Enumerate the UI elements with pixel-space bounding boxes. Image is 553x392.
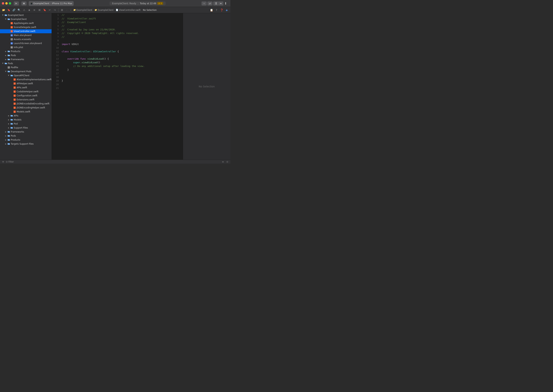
- editor-grid-icon[interactable]: ⊞: [60, 8, 64, 12]
- disclosure-28[interactable]: ▶: [7, 126, 10, 129]
- sidebar-item-22[interactable]: ▶SJSONEncodableEncoding.swift: [0, 102, 52, 106]
- split-button[interactable]: ⇄: [207, 1, 212, 6]
- sidebar-item-30[interactable]: ▶Pods: [0, 134, 52, 138]
- disclosure-9[interactable]: ▶: [4, 50, 7, 53]
- sidebar-item-8[interactable]: ▶PInfo.plist: [0, 45, 52, 49]
- sidebar-item-9[interactable]: ▶Products: [0, 49, 52, 53]
- source-control-icon[interactable]: ◈: [224, 8, 229, 12]
- back-button[interactable]: ‹: [65, 8, 69, 12]
- related-icon[interactable]: 🔗: [12, 8, 16, 12]
- sidebar-item-10[interactable]: ▶Pods: [0, 53, 52, 57]
- sidebar-item-27[interactable]: ▶Pod: [0, 122, 52, 126]
- warning-icon[interactable]: ⚠: [22, 8, 26, 12]
- folder-icon-9: [7, 50, 10, 53]
- search-icon[interactable]: 🔍: [17, 8, 21, 12]
- settings-icon[interactable]: ⊙: [226, 160, 229, 163]
- history-icon[interactable]: 🔖: [7, 8, 11, 12]
- breadcrumb-file-icon: 📄: [116, 9, 118, 11]
- storyboard-icon-7: SB: [10, 42, 13, 45]
- sidebar-item-3[interactable]: ▶SSceneDelegate.swift: [0, 25, 52, 29]
- sidebar-item-4[interactable]: ▶SViewController.swift: [0, 29, 52, 33]
- fullscreen-button[interactable]: [9, 2, 11, 5]
- disclosure-32[interactable]: ▶: [4, 142, 7, 145]
- no-selection-label: No Selection: [199, 85, 215, 88]
- svg-text:S: S: [14, 79, 15, 80]
- disclosure-15[interactable]: ▶: [7, 74, 10, 77]
- status-separator: |: [138, 2, 139, 5]
- sidebar-item-23[interactable]: ▶SJSONEncodingHelper.swift: [0, 106, 52, 110]
- debug-toggle[interactable]: ▬: [218, 1, 224, 6]
- list-icon[interactable]: ≡: [32, 8, 37, 12]
- sidebar-label-3: SceneDelegate.swift: [14, 26, 36, 28]
- disclosure-14[interactable]: ▶: [4, 70, 7, 73]
- navigator-show-icon[interactable]: 📂: [1, 8, 6, 12]
- disclosure-0[interactable]: ▶: [1, 14, 4, 17]
- sort-icon[interactable]: ≡: [221, 160, 224, 163]
- disclosure-27[interactable]: ▶: [7, 122, 10, 125]
- warning-badge[interactable]: ⚠ 1: [157, 2, 163, 5]
- inspector-toggle[interactable]: ▌: [224, 1, 229, 6]
- line-number-18: 18: [53, 75, 59, 79]
- sidebar-item-1[interactable]: ▶ExampleClient: [0, 17, 52, 21]
- svg-text:S: S: [14, 99, 15, 101]
- scheme-selector[interactable]: 📱 ExampleClient › iPhone 11 Pro Max: [29, 1, 74, 6]
- breadcrumb-item-1[interactable]: 📁 ExampleClient: [73, 9, 92, 11]
- close-button[interactable]: [2, 2, 4, 5]
- sidebar-item-25[interactable]: ▶APIs: [0, 114, 52, 118]
- grid-icon[interactable]: ⊞: [37, 8, 42, 12]
- sidebar-item-7[interactable]: ▶SBLaunchScreen.storyboard: [0, 41, 52, 45]
- sidebar-label-28: Support Files: [14, 126, 28, 129]
- disclosure-26[interactable]: ▶: [7, 118, 10, 121]
- sidebar-item-19[interactable]: ▶SCodableHelper.swift: [0, 90, 52, 94]
- sidebar-item-2[interactable]: ▶SAppDelegate.swift: [0, 21, 52, 25]
- disclosure-30[interactable]: ▶: [4, 134, 7, 137]
- disclosure-1[interactable]: ▶: [4, 18, 7, 21]
- swift-icon-24: S: [13, 110, 16, 113]
- breakpoint-icon[interactable]: ◈: [27, 8, 31, 12]
- sidebar-item-11[interactable]: ▶Frameworks: [0, 57, 52, 62]
- sidebar-item-24[interactable]: ▶SModels.swift: [0, 110, 52, 114]
- sidebar-item-28[interactable]: ▶Support Files: [0, 126, 52, 130]
- file-inspector-icon[interactable]: 📋: [209, 8, 214, 12]
- forward-button[interactable]: ›: [69, 8, 73, 12]
- breadcrumb-item-2[interactable]: 📁 ExampleClient: [95, 9, 113, 11]
- add-button[interactable]: ＋: [202, 1, 207, 6]
- disclosure-10[interactable]: ▶: [4, 54, 7, 57]
- bookmark-icon[interactable]: 🔖: [42, 8, 47, 12]
- sidebar-item-18[interactable]: ▶SAPIs.swift: [0, 85, 52, 90]
- quick-help-icon[interactable]: ?: [214, 8, 219, 12]
- sidebar-item-0[interactable]: ▶ExampleClient: [0, 13, 52, 17]
- disclosure-25[interactable]: ▶: [7, 114, 10, 117]
- disclosure-11[interactable]: ▶: [4, 58, 7, 61]
- sidebar-item-32[interactable]: ▶Targets Support Files: [0, 142, 52, 146]
- sidebar-item-21[interactable]: ▶SExtensions.swift: [0, 98, 52, 102]
- sidebar-item-20[interactable]: ▶SConfiguration.swift: [0, 94, 52, 98]
- help-icon[interactable]: ❓: [219, 8, 224, 12]
- add-file-button[interactable]: +: [1, 160, 5, 163]
- run-button[interactable]: [14, 1, 19, 6]
- sidebar-item-29[interactable]: ▶Frameworks: [0, 130, 52, 134]
- code-editor[interactable]: 123456789101112131415161718192021 //// V…: [52, 13, 183, 160]
- sidebar-item-31[interactable]: ▶Products: [0, 138, 52, 142]
- disclosure-31[interactable]: ▶: [4, 138, 7, 141]
- sidebar-item-16[interactable]: ▶SAlamofireImplementations.swift: [0, 77, 52, 82]
- sidebar-item-13[interactable]: ▶Podfile: [0, 65, 52, 70]
- disclosure-29[interactable]: ▶: [4, 130, 7, 133]
- sidebar-item-17[interactable]: ▶SAPIHelper.swift: [0, 82, 52, 85]
- sidebar-label-2: AppDelegate.swift: [14, 22, 34, 25]
- redo-icon[interactable]: ↪: [53, 8, 57, 12]
- breadcrumb-item-3[interactable]: 📄 ViewController.swift: [116, 9, 140, 11]
- sidebar-item-15[interactable]: ▶OpenAPIClient: [0, 73, 52, 77]
- filter-area: ⊙ Filter: [6, 161, 14, 163]
- stop-button[interactable]: [21, 1, 27, 6]
- sidebar-item-26[interactable]: ▶Models: [0, 118, 52, 122]
- minimize-button[interactable]: [5, 2, 8, 5]
- sidebar-item-14[interactable]: ▶Development Pods: [0, 70, 52, 73]
- sidebar-item-12[interactable]: ▶Pods: [0, 62, 52, 65]
- sidebar-item-5[interactable]: ▶SBMain.storyboard: [0, 33, 52, 37]
- undo-icon[interactable]: ↩: [48, 8, 52, 12]
- sidebar-item-6[interactable]: ▶Assets.xcassets: [0, 37, 52, 41]
- disclosure-12[interactable]: ▶: [1, 62, 4, 65]
- folder-icon-15: [10, 74, 13, 77]
- navigator-toggle[interactable]: ▐: [213, 1, 218, 6]
